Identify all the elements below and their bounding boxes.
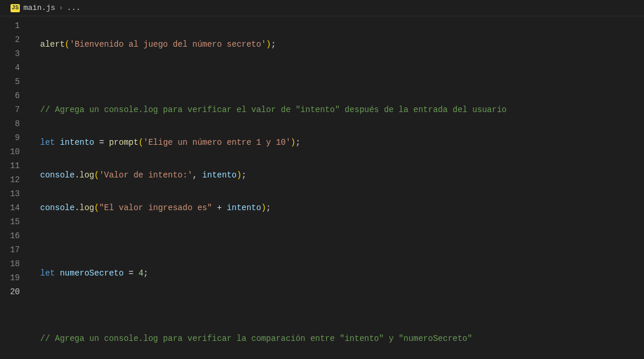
line-number: 19 bbox=[0, 271, 20, 285]
code-editor[interactable]: 1 2 3 4 5 6 7 8 9 10 11 12 13 14 15 16 1… bbox=[0, 16, 644, 359]
code-line[interactable] bbox=[30, 70, 644, 84]
line-number: 6 bbox=[0, 89, 20, 103]
breadcrumb-context[interactable]: ... bbox=[67, 4, 80, 12]
line-number: 7 bbox=[0, 103, 20, 117]
line-number: 11 bbox=[0, 159, 20, 173]
line-number: 9 bbox=[0, 131, 20, 145]
line-number: 2 bbox=[0, 33, 20, 47]
code-line[interactable] bbox=[30, 299, 644, 313]
line-number: 18 bbox=[0, 257, 20, 271]
line-number: 15 bbox=[0, 215, 20, 229]
line-number: 13 bbox=[0, 187, 20, 201]
code-line[interactable]: console.log("El valor ingresado es" + in… bbox=[30, 201, 644, 215]
code-line[interactable]: let intento = prompt('Elige un número en… bbox=[30, 135, 644, 149]
line-number: 20 bbox=[0, 285, 20, 299]
line-number: 4 bbox=[0, 61, 20, 75]
code-line[interactable]: alert('Bienvenido al juego del número se… bbox=[30, 37, 644, 51]
code-area[interactable]: alert('Bienvenido al juego del número se… bbox=[30, 19, 644, 359]
line-number: 10 bbox=[0, 145, 20, 159]
line-number: 17 bbox=[0, 243, 20, 257]
line-number: 3 bbox=[0, 47, 20, 61]
breadcrumb-separator: › bbox=[59, 4, 64, 12]
line-number: 8 bbox=[0, 117, 20, 131]
line-number: 5 bbox=[0, 75, 20, 89]
breadcrumb-filename[interactable]: main.js bbox=[23, 4, 56, 12]
line-number-gutter: 1 2 3 4 5 6 7 8 9 10 11 12 13 14 15 16 1… bbox=[0, 19, 30, 359]
code-line[interactable]: let numeroSecreto = 4; bbox=[30, 266, 644, 280]
code-line[interactable]: // Agrega un console.log para verificar … bbox=[30, 103, 644, 117]
code-line[interactable]: console.log('Valor de intento:', intento… bbox=[30, 168, 644, 182]
breadcrumb[interactable]: JS main.js › ... bbox=[0, 0, 644, 16]
line-number: 14 bbox=[0, 201, 20, 215]
code-line[interactable] bbox=[30, 233, 644, 248]
code-line[interactable]: // Agrega un console.log para verificar … bbox=[30, 332, 644, 346]
line-number: 12 bbox=[0, 173, 20, 187]
line-number: 16 bbox=[0, 229, 20, 243]
js-file-icon: JS bbox=[11, 4, 20, 12]
line-number: 1 bbox=[0, 19, 20, 33]
